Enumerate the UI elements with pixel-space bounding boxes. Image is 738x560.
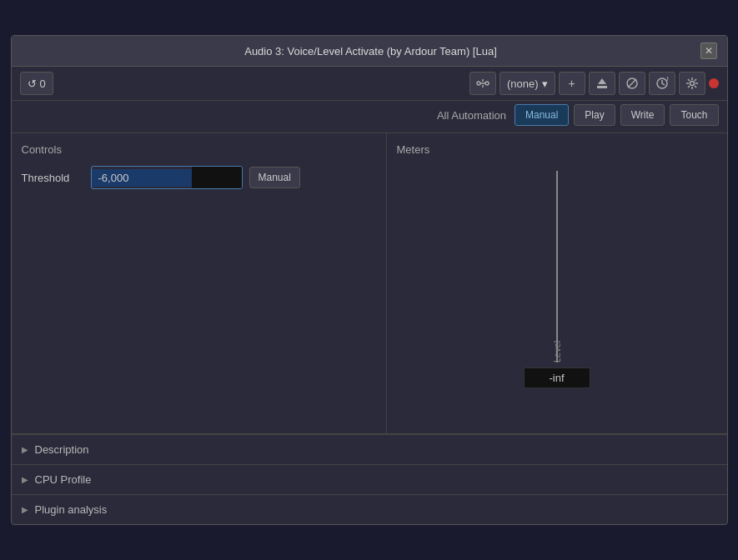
touch-button[interactable]: Touch — [670, 104, 718, 126]
meters-panel: Meters Level -inf — [387, 133, 727, 433]
play-button[interactable]: Play — [574, 104, 615, 126]
description-label: Description — [35, 443, 89, 456]
bottom-sections: ▶ Description ▶ CPU Profile ▶ Plugin ana… — [12, 433, 727, 524]
svg-rect-6 — [597, 88, 607, 88]
meters-title: Meters — [397, 143, 717, 156]
clock-icon — [655, 77, 669, 90]
svg-marker-7 — [598, 78, 606, 84]
main-toolbar: ↺ 0 (none) ▾ + — [12, 67, 727, 101]
counter-button[interactable]: ↺ 0 — [20, 72, 53, 95]
cpu-profile-section[interactable]: ▶ CPU Profile — [12, 464, 727, 494]
counter-icon: ↺ — [28, 78, 37, 90]
settings-icon — [685, 77, 699, 90]
preset-label: (none) — [507, 78, 539, 90]
plugin-analysis-section[interactable]: ▶ Plugin analysis — [12, 494, 727, 524]
automation-label: All Automation — [437, 109, 506, 122]
export-button[interactable] — [589, 72, 615, 95]
description-section[interactable]: ▶ Description — [12, 434, 727, 464]
bypass-icon — [625, 77, 639, 90]
midi-route-button[interactable] — [469, 72, 496, 95]
export-icon — [595, 77, 609, 90]
meter-visual: Level -inf — [536, 162, 578, 404]
svg-point-1 — [485, 82, 489, 85]
automation-row: All Automation Manual Play Write Touch — [12, 101, 727, 133]
svg-line-9 — [628, 79, 636, 88]
meter-value-box: -inf — [524, 368, 590, 388]
plugin-analysis-label: Plugin analysis — [35, 503, 108, 516]
preset-dropdown[interactable]: (none) ▾ — [500, 72, 555, 95]
midi-route-icon — [475, 76, 490, 91]
record-indicator — [709, 78, 719, 88]
manual-button[interactable]: Manual — [515, 104, 569, 126]
main-window: Audio 3: Voice/Level Activate (by Ardour… — [11, 35, 728, 525]
threshold-mode-button[interactable]: Manual — [249, 167, 300, 188]
threshold-label: Threshold — [22, 172, 84, 184]
svg-point-0 — [477, 82, 480, 85]
add-button[interactable]: + — [559, 72, 585, 95]
window-title: Audio 3: Voice/Level Activate (by Ardour… — [42, 45, 700, 58]
svg-rect-5 — [597, 86, 607, 88]
meter-value: -inf — [549, 372, 564, 384]
plugin-chevron-icon: ▶ — [22, 505, 28, 514]
counter-value: 0 — [40, 78, 46, 90]
close-button[interactable]: ✕ — [700, 42, 717, 59]
bypass-button[interactable] — [619, 72, 645, 95]
level-label: Level — [552, 179, 562, 362]
threshold-bar — [192, 167, 242, 188]
cpu-chevron-icon: ▶ — [22, 475, 28, 484]
cpu-profile-label: CPU Profile — [35, 473, 92, 486]
content-area: Controls Threshold Manual Meters Level — [12, 133, 727, 433]
settings-button[interactable] — [679, 72, 705, 95]
add-icon: + — [568, 77, 575, 90]
threshold-value-input[interactable] — [92, 169, 192, 187]
write-button[interactable]: Write — [620, 104, 665, 126]
controls-panel: Controls Threshold Manual — [12, 133, 387, 433]
dropdown-arrow-icon: ▾ — [542, 78, 548, 90]
threshold-input-group — [91, 166, 243, 189]
toolbar-right: (none) ▾ + — [469, 72, 719, 95]
description-chevron-icon: ▶ — [22, 445, 28, 454]
threshold-row: Threshold Manual — [22, 166, 376, 189]
clock-button[interactable] — [649, 72, 675, 95]
toolbar-left: ↺ 0 — [20, 72, 53, 95]
controls-title: Controls — [22, 143, 376, 156]
title-bar: Audio 3: Voice/Level Activate (by Ardour… — [12, 36, 727, 67]
svg-point-11 — [690, 82, 694, 86]
